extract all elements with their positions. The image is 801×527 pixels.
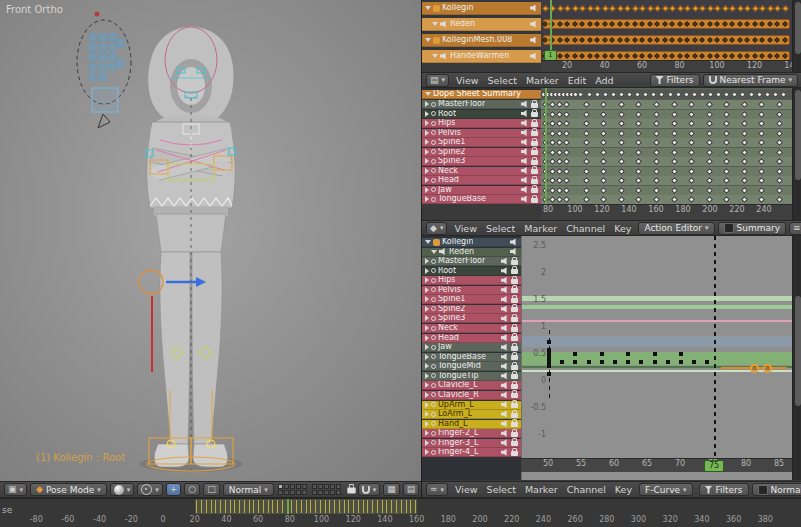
expand-toggle-icon[interactable] bbox=[425, 158, 429, 164]
channel-visibility-dot[interactable] bbox=[431, 364, 436, 369]
timeline-keyframe-line[interactable] bbox=[301, 500, 302, 513]
lock-icon[interactable] bbox=[511, 327, 518, 332]
keyframe-diamond[interactable] bbox=[639, 5, 646, 12]
mute-speaker-icon[interactable] bbox=[530, 53, 538, 60]
keyframe-diamond[interactable] bbox=[594, 5, 601, 12]
channel-row-jaw[interactable]: Jaw bbox=[422, 343, 521, 352]
dope-mode-dropdown[interactable]: Action Editor bbox=[638, 222, 714, 235]
timeline-keyframe-line[interactable] bbox=[268, 500, 269, 513]
nla-filters-button[interactable]: Filters bbox=[650, 74, 700, 87]
lock-icon[interactable] bbox=[531, 150, 538, 155]
layer-cell[interactable] bbox=[312, 490, 317, 495]
expand-toggle-icon[interactable] bbox=[425, 277, 429, 283]
channel-row-h-ndew-rmen[interactable]: HändeWärmen bbox=[422, 50, 541, 63]
curve-keyframe[interactable] bbox=[666, 360, 670, 364]
channel-row-loarm-l[interactable]: LoArm_L bbox=[422, 410, 521, 419]
expand-toggle-icon[interactable] bbox=[432, 22, 438, 26]
channel-row-tonguebase[interactable]: TongueBase bbox=[422, 195, 541, 204]
lock-icon[interactable] bbox=[511, 355, 518, 360]
curve-keyframe[interactable] bbox=[560, 360, 564, 364]
layer-cell[interactable] bbox=[318, 490, 323, 495]
lock-icon[interactable] bbox=[511, 384, 518, 389]
timeline-keyframe-line[interactable] bbox=[211, 500, 212, 513]
channel-visibility-dot[interactable] bbox=[431, 130, 436, 135]
mute-speaker-icon[interactable] bbox=[501, 334, 509, 341]
expand-toggle-icon[interactable] bbox=[425, 177, 429, 183]
channel-visibility-dot[interactable] bbox=[431, 111, 436, 116]
channel-visibility-dot[interactable] bbox=[431, 402, 436, 407]
mute-speaker-icon[interactable] bbox=[501, 258, 509, 265]
expand-toggle-icon[interactable] bbox=[425, 315, 429, 321]
mute-speaker-icon[interactable] bbox=[501, 353, 509, 360]
graph-curve-area[interactable]: 2.521.510.50-0.5-1 bbox=[521, 236, 792, 480]
timeline-keyframe-line[interactable] bbox=[296, 500, 297, 513]
timeline-keyframe-line[interactable] bbox=[391, 500, 392, 513]
layer-cell[interactable] bbox=[330, 490, 335, 495]
timeline-keyframe-line[interactable] bbox=[386, 500, 387, 513]
channel-visibility-dot[interactable] bbox=[431, 159, 436, 164]
mute-speaker-icon[interactable] bbox=[521, 186, 529, 193]
expand-toggle-icon[interactable] bbox=[425, 130, 429, 136]
expand-toggle-icon[interactable] bbox=[425, 363, 429, 369]
expand-toggle-icon[interactable] bbox=[425, 354, 429, 360]
expand-toggle-icon[interactable] bbox=[425, 411, 429, 417]
keyframe-diamond[interactable] bbox=[631, 5, 638, 12]
channel-row-root[interactable]: Root bbox=[422, 110, 541, 119]
channel-visibility-dot[interactable] bbox=[431, 259, 436, 264]
timeline-keyframe-line[interactable] bbox=[206, 500, 207, 513]
timeline-keyframe-line[interactable] bbox=[201, 500, 202, 513]
lock-icon[interactable] bbox=[531, 141, 538, 146]
curve-keyframe[interactable] bbox=[600, 352, 604, 356]
layer-cell[interactable] bbox=[290, 484, 295, 489]
keyframe-diamond[interactable] bbox=[759, 5, 766, 12]
dope-menu-select[interactable]: Select bbox=[482, 223, 519, 234]
timeline-keyframe-line[interactable] bbox=[253, 500, 254, 513]
curve-keyframe[interactable] bbox=[600, 360, 604, 364]
keyframe-diamond[interactable] bbox=[654, 5, 661, 12]
channel-visibility-dot[interactable] bbox=[431, 412, 436, 417]
timeline-keyframe-line[interactable] bbox=[329, 500, 330, 513]
channel-visibility-dot[interactable] bbox=[431, 197, 436, 202]
channel-row-spine2[interactable]: Spine2 bbox=[422, 305, 521, 314]
layer-cell[interactable] bbox=[336, 490, 341, 495]
mute-speaker-icon[interactable] bbox=[501, 315, 509, 322]
lock-icon[interactable] bbox=[511, 346, 518, 351]
mute-speaker-icon[interactable] bbox=[501, 411, 509, 418]
summary-toggle[interactable]: Summary bbox=[718, 222, 787, 235]
timeline-keyframe-line[interactable] bbox=[315, 500, 316, 513]
channel-row-neck[interactable]: Neck bbox=[422, 167, 541, 176]
layer-cell[interactable] bbox=[284, 490, 289, 495]
mute-speaker-icon[interactable] bbox=[501, 430, 509, 437]
mute-speaker-icon[interactable] bbox=[521, 148, 529, 155]
lock-icon[interactable] bbox=[531, 198, 538, 203]
timeline-keyframe-line[interactable] bbox=[225, 500, 226, 513]
mute-speaker-icon[interactable] bbox=[501, 296, 509, 303]
mute-speaker-icon[interactable] bbox=[521, 196, 529, 203]
channel-visibility-dot[interactable] bbox=[431, 187, 436, 192]
lock-icon[interactable] bbox=[531, 131, 538, 136]
curve-keyframe[interactable] bbox=[679, 360, 683, 364]
keyframe-diamond[interactable] bbox=[781, 5, 788, 12]
nla-menu-edit[interactable]: Edit bbox=[564, 75, 590, 86]
keyframe-diamond[interactable] bbox=[564, 5, 571, 12]
lock-icon[interactable] bbox=[531, 160, 538, 165]
expand-toggle-icon[interactable] bbox=[425, 344, 429, 350]
timeline-keyframe-line[interactable] bbox=[277, 500, 278, 513]
keyframe-diamond[interactable] bbox=[661, 5, 668, 12]
channel-row-jaw[interactable]: Jaw bbox=[422, 186, 541, 195]
graph-mode-dropdown[interactable]: F-Curve bbox=[639, 483, 693, 496]
lock-icon[interactable] bbox=[531, 188, 538, 193]
keyframe-diamond[interactable] bbox=[706, 5, 713, 12]
timeline-keyframe-line[interactable] bbox=[396, 500, 397, 513]
curve-keyframe[interactable] bbox=[705, 360, 709, 364]
keyframe-diamond[interactable] bbox=[541, 5, 548, 12]
channel-visibility-dot[interactable] bbox=[431, 440, 436, 445]
timeline-keyframe-line[interactable] bbox=[306, 500, 307, 513]
graph-scrollbar[interactable] bbox=[792, 236, 801, 480]
channel-row-spine2[interactable]: Spine2 bbox=[422, 148, 541, 157]
channel-row-finger-4-l[interactable]: Finger-4_L bbox=[422, 448, 521, 457]
mute-speaker-icon[interactable] bbox=[501, 401, 509, 408]
channel-visibility-dot[interactable] bbox=[431, 335, 436, 340]
timeline-keyframe-line[interactable] bbox=[415, 500, 416, 513]
curve-keyframe[interactable] bbox=[587, 360, 591, 364]
